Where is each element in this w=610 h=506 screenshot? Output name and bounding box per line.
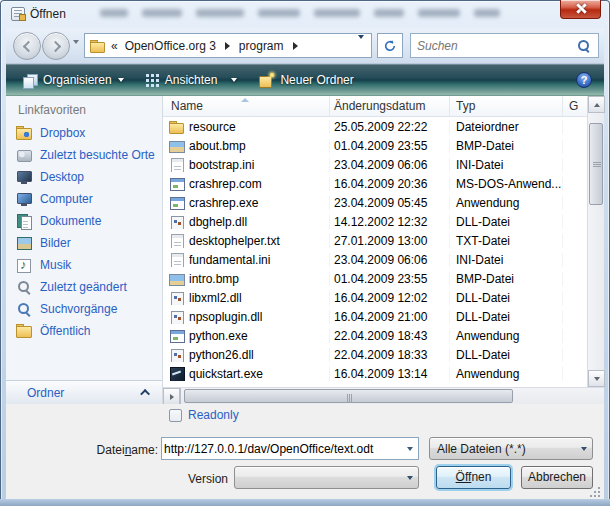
sort-ascending-icon (241, 98, 249, 102)
file-type: DLL-Datei (450, 310, 563, 324)
file-row[interactable]: about.bmp 01.04.2009 23:55 BMP-Datei (163, 136, 587, 155)
file-row[interactable]: dbghelp.dll 14.12.2002 12:32 DLL-Datei (163, 212, 587, 231)
sidebar-item-label: Dropbox (40, 126, 85, 140)
address-dropdown-button[interactable] (358, 39, 364, 53)
scroll-right-button[interactable] (163, 388, 180, 405)
file-date: 16.04.2009 21:00 (330, 310, 450, 324)
organize-button[interactable]: Organisieren (15, 68, 132, 92)
filename-dropdown-button[interactable] (401, 438, 418, 459)
file-row[interactable]: python26.dll 22.04.2009 18:33 DLL-Datei (163, 345, 587, 364)
breadcrumb[interactable]: « OpenOffice.org 3 program (84, 33, 372, 58)
refresh-icon (383, 39, 397, 53)
file-row[interactable]: fundamental.ini 23.04.2009 06:06 INI-Dat… (163, 250, 587, 269)
filetype-dropdown-button[interactable] (575, 438, 592, 459)
chevron-down-icon (118, 78, 124, 82)
folders-expander[interactable]: Ordner (6, 380, 162, 404)
command-toolbar: Organisieren Ansichten Neuer Ordner ? (6, 64, 604, 96)
file-name: fundamental.ini (189, 253, 270, 267)
breadcrumb-overflow[interactable]: « (111, 39, 118, 53)
file-type: DLL-Datei (450, 215, 563, 229)
column-headers: Name Änderungsdatum Typ G (163, 96, 587, 117)
file-name: desktophelper.txt (189, 234, 280, 248)
file-row[interactable]: crashrep.exe 23.04.2009 05:45 Anwendung (163, 193, 587, 212)
version-dropdown-button[interactable] (401, 467, 418, 488)
history-dropdown-button[interactable] (73, 44, 79, 58)
chevron-down-icon (407, 476, 413, 480)
file-row[interactable]: desktophelper.txt 27.01.2009 13:00 TXT-D… (163, 231, 587, 250)
file-date: 27.01.2009 13:00 (330, 234, 450, 248)
vertical-scroll-thumb[interactable] (589, 123, 603, 205)
sidebar-item[interactable]: Zuletzt geändert (6, 276, 162, 298)
organize-label: Organisieren (43, 73, 112, 87)
file-name: intro.bmp (189, 272, 239, 286)
version-select[interactable] (234, 466, 419, 489)
triangle-right-icon (170, 394, 174, 400)
horizontal-scrollbar[interactable] (163, 387, 604, 404)
breadcrumb-item-program[interactable]: program (235, 39, 288, 53)
column-header-type[interactable]: Typ (450, 96, 563, 116)
help-button[interactable]: ? (576, 72, 592, 88)
sidebar-item[interactable]: Desktop (6, 166, 162, 188)
file-date: 23.04.2009 06:06 (330, 158, 450, 172)
sidebar-item-label: Zuletzt besuchte Orte (40, 148, 155, 162)
file-row[interactable]: resource 25.05.2009 22:22 Dateiordner (163, 117, 587, 136)
chevron-down-icon (358, 35, 364, 53)
search-input[interactable] (411, 39, 577, 53)
sidebar-item-label: Suchvorgänge (40, 302, 117, 316)
dialog-icon (11, 7, 25, 21)
file-type-icon (169, 367, 184, 381)
sidebar-item[interactable]: Suchvorgänge (6, 298, 162, 320)
horizontal-scroll-thumb[interactable] (184, 389, 513, 403)
new-folder-button[interactable]: Neuer Ordner (251, 68, 361, 92)
cancel-button[interactable]: Abbrechen (521, 466, 593, 489)
file-row[interactable]: python.exe 22.04.2009 18:43 Anwendung (163, 326, 587, 345)
views-icon (146, 74, 159, 87)
file-name: crashrep.exe (189, 196, 258, 210)
sidebar-item[interactable]: Musik (6, 254, 162, 276)
sidebar-item-icon (16, 236, 32, 250)
sidebar-item[interactable]: Dropbox (6, 122, 162, 144)
vertical-scrollbar[interactable] (587, 96, 604, 387)
refresh-button[interactable] (377, 33, 403, 58)
file-type: MS-DOS-Anwend... (450, 177, 563, 191)
title-bar[interactable]: Öffnen (0, 0, 610, 28)
sidebar-item[interactable]: Dokumente (6, 210, 162, 232)
open-button[interactable]: Öffnen (436, 466, 511, 489)
forward-button[interactable] (42, 32, 70, 60)
file-row[interactable]: bootstrap.ini 23.04.2009 06:06 INI-Datei (163, 155, 587, 174)
back-button[interactable] (13, 32, 41, 60)
scroll-up-button[interactable] (588, 96, 605, 113)
sidebar-item[interactable]: Öffentlich (6, 320, 162, 342)
readonly-option[interactable]: Readonly (169, 408, 239, 422)
file-type: Anwendung (450, 196, 563, 210)
sidebar-item[interactable]: Bilder (6, 232, 162, 254)
chevron-right-icon[interactable] (293, 42, 298, 50)
column-header-size[interactable]: G (563, 96, 587, 116)
views-button[interactable]: Ansichten (138, 68, 246, 92)
navigation-bar: « OpenOffice.org 3 program (6, 28, 604, 64)
column-header-name[interactable]: Name (163, 96, 330, 116)
sidebar-item[interactable]: Computer (6, 188, 162, 210)
breadcrumb-item-openoffice[interactable]: OpenOffice.org 3 (121, 39, 220, 53)
sidebar-item-label: Zuletzt geändert (40, 280, 127, 294)
file-date: 16.04.2009 12:02 (330, 291, 450, 305)
window-title: Öffnen (30, 7, 66, 21)
readonly-checkbox[interactable] (169, 409, 182, 422)
file-row[interactable]: intro.bmp 01.04.2009 23:55 BMP-Datei (163, 269, 587, 288)
chevron-right-icon[interactable] (225, 42, 230, 50)
scroll-down-button[interactable] (588, 370, 605, 387)
search-icon[interactable] (577, 39, 591, 53)
filename-input[interactable] (162, 442, 401, 456)
file-row[interactable]: libxml2.dll 16.04.2009 12:02 DLL-Datei (163, 288, 587, 307)
file-row[interactable]: crashrep.com 16.04.2009 20:36 MS-DOS-Anw… (163, 174, 587, 193)
sidebar-item[interactable]: Zuletzt besuchte Orte (6, 144, 162, 166)
column-header-date[interactable]: Änderungsdatum (330, 96, 450, 116)
filetype-select[interactable]: Alle Dateien (*.*) (429, 437, 593, 460)
file-row[interactable]: npsoplugin.dll 16.04.2009 21:00 DLL-Date… (163, 307, 587, 326)
file-row[interactable]: quickstart.exe 16.04.2009 13:14 Anwendun… (163, 364, 587, 383)
search-box (410, 33, 599, 58)
file-date: 16.04.2009 13:14 (330, 367, 450, 381)
resize-grip[interactable] (588, 485, 600, 497)
sidebar-item-icon (16, 302, 32, 316)
close-button[interactable] (560, 0, 601, 19)
